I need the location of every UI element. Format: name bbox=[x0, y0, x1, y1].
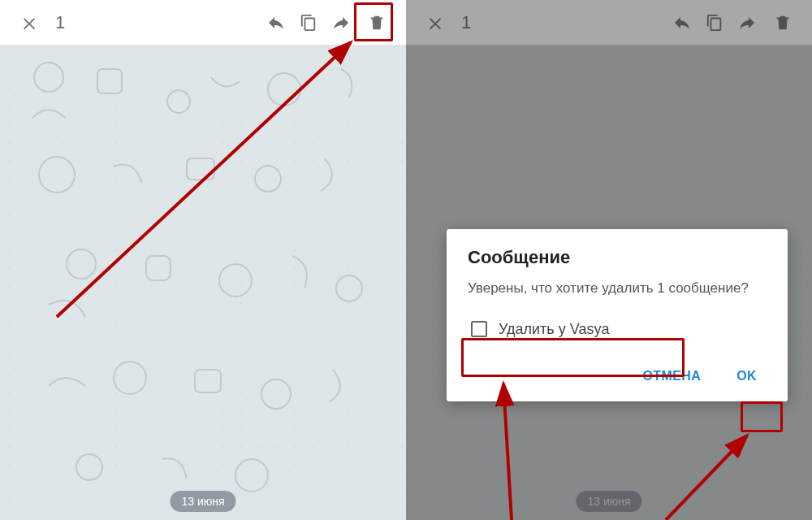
svg-rect-5 bbox=[187, 158, 214, 180]
screenshot-right: 1 13 июня Сообщение Уверены, что хотите … bbox=[406, 0, 812, 520]
svg-point-11 bbox=[114, 362, 146, 394]
copy-icon bbox=[300, 14, 317, 32]
svg-rect-1 bbox=[97, 69, 122, 93]
svg-point-6 bbox=[255, 166, 281, 192]
svg-point-0 bbox=[34, 63, 63, 92]
forward-icon bbox=[331, 13, 351, 32]
delete-button[interactable] bbox=[361, 6, 393, 39]
svg-point-7 bbox=[67, 249, 96, 279]
delete-for-other-label: Удалить у Vasya bbox=[499, 321, 609, 338]
dialog-title: Сообщение bbox=[468, 247, 767, 268]
dialog-body: Уверены, что хотите удалить 1 сообщение? bbox=[468, 280, 767, 298]
screenshot-left: 1 1 bbox=[0, 0, 406, 520]
svg-rect-8 bbox=[146, 256, 171, 280]
reply-icon bbox=[266, 13, 286, 32]
svg-point-4 bbox=[39, 157, 75, 193]
forward-button[interactable] bbox=[325, 6, 357, 39]
delete-for-other-row[interactable]: Удалить у Vasya bbox=[468, 316, 767, 343]
ok-button[interactable]: OK bbox=[727, 362, 767, 390]
svg-point-15 bbox=[235, 459, 268, 492]
selection-count: 1 bbox=[55, 12, 65, 33]
svg-point-9 bbox=[219, 264, 252, 297]
reply-button[interactable] bbox=[260, 6, 292, 39]
background-doodles bbox=[0, 45, 406, 520]
chat-background: 13 июня bbox=[0, 45, 406, 520]
selection-toolbar: 1 bbox=[0, 0, 406, 45]
svg-point-14 bbox=[76, 454, 102, 480]
delete-icon bbox=[368, 14, 386, 32]
copy-button[interactable] bbox=[292, 6, 325, 39]
date-separator: 13 июня bbox=[170, 491, 235, 512]
svg-point-10 bbox=[336, 275, 362, 301]
svg-point-2 bbox=[167, 90, 190, 113]
delete-for-other-checkbox[interactable] bbox=[471, 321, 487, 337]
cancel-button[interactable]: ОТМЕНА bbox=[633, 362, 710, 390]
close-selection-button[interactable] bbox=[13, 6, 45, 39]
svg-point-13 bbox=[261, 379, 291, 409]
svg-point-3 bbox=[268, 73, 300, 106]
modal-overlay-top bbox=[406, 0, 812, 45]
svg-rect-12 bbox=[195, 370, 221, 392]
delete-confirm-dialog: Сообщение Уверены, что хотите удалить 1 … bbox=[447, 229, 788, 401]
close-icon bbox=[20, 14, 38, 32]
